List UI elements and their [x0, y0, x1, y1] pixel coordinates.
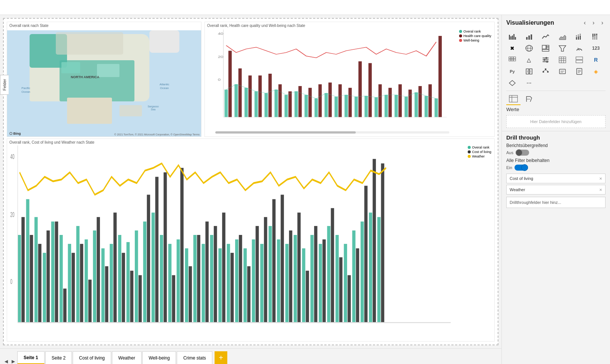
- svg-rect-57: [38, 244, 42, 322]
- svg-rect-92: [185, 248, 188, 322]
- report-canvas: Felder Overall rank nach State: [0, 15, 501, 364]
- svg-rect-64: [68, 244, 71, 322]
- svg-rect-31: [365, 96, 368, 117]
- svg-rect-154: [580, 36, 581, 40]
- svg-rect-147: [526, 37, 528, 40]
- svg-rect-207: [509, 95, 518, 102]
- panel-next-btn[interactable]: ›: [590, 19, 597, 27]
- svg-rect-54: [26, 199, 30, 322]
- viz-icon-treemap[interactable]: [540, 43, 552, 53]
- viz-icon-azure-map[interactable]: ◈: [590, 66, 602, 77]
- svg-rect-43: [425, 96, 428, 117]
- viz-icon-funnel[interactable]: [556, 43, 568, 53]
- tab-nav-prev[interactable]: ◀: [3, 359, 9, 364]
- drillthroughfelder-drop[interactable]: Drillthroughfelder hier hinz...: [506, 197, 606, 208]
- viz-icon-map[interactable]: [523, 43, 535, 53]
- svg-rect-78: [127, 242, 130, 322]
- svg-marker-169: [559, 46, 566, 51]
- tab-seite1[interactable]: Seite 1: [17, 351, 45, 364]
- viz-icon-diamond[interactable]: [506, 78, 518, 88]
- viz-icon-r[interactable]: R: [590, 55, 602, 65]
- svg-rect-153: [578, 34, 579, 36]
- viz-icon-ai-visual[interactable]: [523, 66, 535, 77]
- tab-wellbeing[interactable]: Well-being: [142, 351, 176, 364]
- viz-icon-table[interactable]: [556, 55, 568, 65]
- svg-rect-7: [245, 88, 248, 117]
- panel-header: Visualisierungen ‹ › ›: [502, 15, 610, 29]
- panel-prev-btn[interactable]: ‹: [582, 19, 588, 27]
- svg-rect-14: [278, 84, 282, 117]
- svg-line-197: [543, 70, 546, 71]
- viz-icon-multi-row[interactable]: [573, 55, 585, 65]
- tab-add-button[interactable]: +: [215, 351, 227, 364]
- viz-icon-more[interactable]: ···: [523, 78, 535, 88]
- svg-rect-125: [322, 239, 326, 322]
- viz-icon-decomp[interactable]: [540, 66, 552, 77]
- svg-rect-199: [559, 69, 565, 74]
- svg-point-182: [546, 61, 548, 63]
- svg-point-180: [546, 57, 547, 59]
- svg-rect-148: [528, 36, 530, 40]
- svg-rect-196: [547, 71, 549, 73]
- svg-rect-126: [327, 226, 331, 322]
- svg-rect-19: [304, 95, 308, 117]
- viz-icon-area[interactable]: [556, 31, 568, 42]
- svg-rect-24: [328, 83, 332, 117]
- viz-icon-line[interactable]: [540, 31, 552, 42]
- svg-rect-173: [513, 57, 516, 59]
- svg-rect-79: [130, 271, 134, 323]
- svg-rect-120: [302, 248, 306, 322]
- tab-seite2[interactable]: Seite 2: [45, 351, 72, 364]
- filter-tab[interactable]: Felder: [0, 75, 9, 95]
- viz-icon-python[interactable]: Py: [506, 66, 518, 77]
- svg-rect-90: [177, 239, 180, 322]
- tab-cost-of-living[interactable]: Cost of living: [73, 351, 111, 364]
- svg-rect-107: [247, 266, 251, 323]
- bottom-chart-svg: 40 20 0: [9, 146, 455, 324]
- svg-rect-88: [168, 244, 172, 322]
- svg-rect-149: [531, 34, 532, 40]
- viz-icon-column[interactable]: [523, 31, 535, 42]
- weather-chip[interactable]: Weather ✕: [506, 185, 606, 195]
- werte-label: Werte: [506, 105, 606, 114]
- svg-rect-157: [592, 37, 594, 40]
- svg-rect-23: [325, 93, 328, 117]
- svg-rect-80: [135, 230, 138, 322]
- alle-filter-row: Alle Filter beibehalten Ein: [506, 158, 606, 171]
- svg-rect-10: [258, 76, 262, 117]
- viz-icon-bar[interactable]: [506, 31, 518, 42]
- tab-crime-stats[interactable]: Crime stats: [177, 351, 212, 364]
- svg-text:0: 0: [10, 278, 12, 285]
- svg-rect-75: [113, 212, 117, 322]
- viz-icon-text[interactable]: [556, 66, 568, 77]
- tab-nav-next[interactable]: ▶: [10, 359, 16, 364]
- viz-icon-100pct[interactable]: [590, 31, 602, 42]
- tab-weather[interactable]: Weather: [112, 351, 142, 364]
- werte-format-icon[interactable]: [506, 93, 521, 105]
- viz-icon-paginated[interactable]: [573, 66, 585, 77]
- panel-title: Visualisierungen: [506, 19, 554, 26]
- werte-paint-icon[interactable]: [522, 93, 536, 105]
- svg-rect-116: [285, 244, 289, 322]
- viz-icon-scatter[interactable]: ✖: [506, 43, 518, 53]
- panel-close-btn[interactable]: ›: [599, 19, 606, 27]
- svg-rect-117: [289, 230, 292, 322]
- viz-icon-matrix[interactable]: [506, 55, 518, 65]
- viz-icon-slicer[interactable]: [540, 55, 552, 65]
- viz-icon-card[interactable]: 123: [590, 43, 602, 53]
- svg-rect-68: [85, 239, 88, 322]
- svg-rect-161: [596, 35, 597, 40]
- svg-rect-146: [515, 37, 516, 40]
- viz-icon-gauge[interactable]: [573, 43, 585, 53]
- svg-rect-110: [260, 244, 264, 322]
- datenfelder-drop[interactable]: Hier Datenfelder hinzufügen: [506, 115, 606, 128]
- cost-of-living-chip[interactable]: Cost of living ✕: [506, 174, 606, 183]
- toggle-aus[interactable]: [516, 150, 529, 156]
- toggle-ein[interactable]: [515, 165, 528, 171]
- viz-icon-kpi[interactable]: △: [523, 55, 535, 65]
- atlantic-ocean-label: AtlanticOcean: [153, 83, 176, 90]
- svg-rect-70: [93, 230, 96, 322]
- top-bar: [0, 0, 610, 15]
- viz-icon-stacked-bar[interactable]: [573, 31, 585, 42]
- svg-rect-21: [315, 98, 318, 117]
